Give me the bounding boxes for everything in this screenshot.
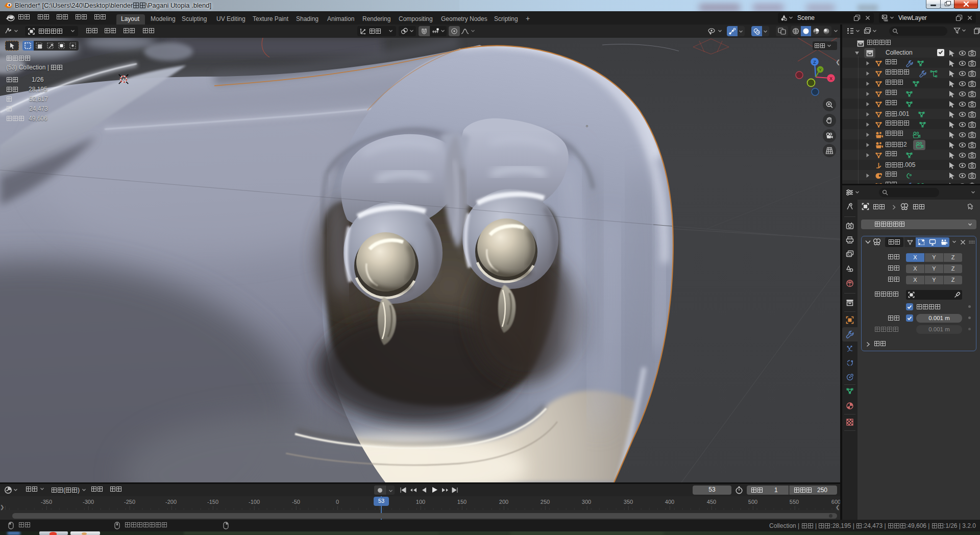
svg-text:Y: Y xyxy=(819,67,822,72)
svg-text:X: X xyxy=(829,76,832,81)
svg-text:Z: Z xyxy=(813,60,816,65)
